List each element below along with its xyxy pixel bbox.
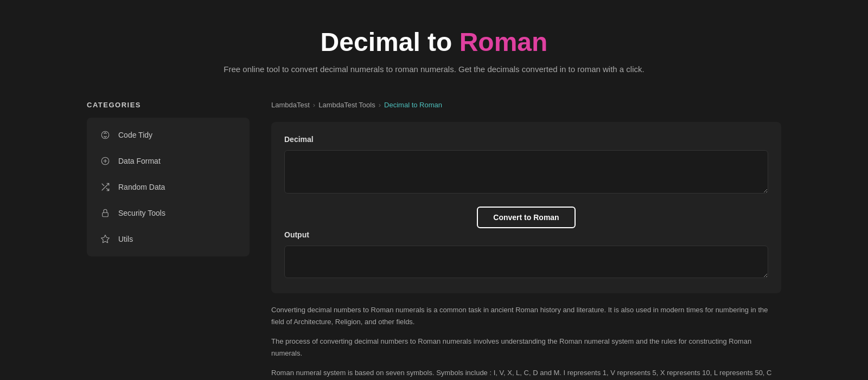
main-layout: CATEGORIES Code Tidy Data Format Random … [54, 90, 814, 380]
breadcrumb-sep-2: › [379, 101, 381, 109]
breadcrumb-lambdatest[interactable]: LambdaTest [271, 101, 310, 109]
sidebar-item-label: Security Tools [118, 209, 165, 217]
decimal-input[interactable] [284, 150, 768, 194]
sidebar-item-data-format[interactable]: Data Format [87, 148, 250, 174]
description-p1: Converting decimal numbers to Roman nume… [271, 304, 781, 328]
svg-rect-2 [103, 212, 108, 217]
page-subtitle: Free online tool to convert decimal nume… [11, 65, 857, 74]
categories-label: CATEGORIES [87, 101, 250, 109]
title-accent: Roman [459, 28, 548, 56]
title-plain: Decimal to [321, 28, 452, 56]
description-p2: The process of converting decimal number… [271, 336, 781, 359]
output-input[interactable] [284, 246, 768, 278]
security-tools-icon [100, 208, 111, 218]
sidebar-item-label: Utils [118, 235, 133, 243]
breadcrumb-sep-1: › [313, 101, 315, 109]
svg-marker-3 [101, 235, 110, 243]
page-title: Decimal to Roman [11, 27, 857, 57]
breadcrumb-lambdatest-tools[interactable]: LambdaTest Tools [318, 101, 375, 109]
convert-button[interactable]: Convert to Roman [477, 207, 575, 228]
convert-btn-row: Convert to Roman [284, 207, 768, 228]
sidebar: CATEGORIES Code Tidy Data Format Random … [87, 101, 250, 380]
sidebar-item-security-tools[interactable]: Security Tools [87, 200, 250, 226]
random-data-icon [100, 182, 111, 192]
sidebar-item-label: Random Data [118, 183, 165, 191]
breadcrumb-current: Decimal to Roman [384, 101, 442, 109]
description-section: Converting decimal numbers to Roman nume… [271, 304, 781, 380]
page-header: Decimal to Roman Free online tool to con… [0, 0, 868, 90]
breadcrumb: LambdaTest › LambdaTest Tools › Decimal … [271, 101, 781, 109]
code-tidy-icon [100, 130, 111, 140]
decimal-label: Decimal [284, 135, 768, 144]
sidebar-item-label: Data Format [118, 157, 161, 165]
utils-icon [100, 234, 111, 244]
description-p3: Roman numeral system is based on seven s… [271, 367, 781, 380]
sidebar-item-code-tidy[interactable]: Code Tidy [87, 122, 250, 148]
data-format-icon [100, 156, 111, 166]
sidebar-item-label: Code Tidy [118, 131, 152, 139]
sidebar-item-random-data[interactable]: Random Data [87, 174, 250, 200]
main-content: LambdaTest › LambdaTest Tools › Decimal … [271, 101, 781, 380]
sidebar-item-utils[interactable]: Utils [87, 226, 250, 252]
output-label: Output [284, 230, 768, 239]
sidebar-menu: Code Tidy Data Format Random Data Securi… [87, 118, 250, 256]
tool-section: Decimal Convert to Roman Output [271, 122, 781, 293]
